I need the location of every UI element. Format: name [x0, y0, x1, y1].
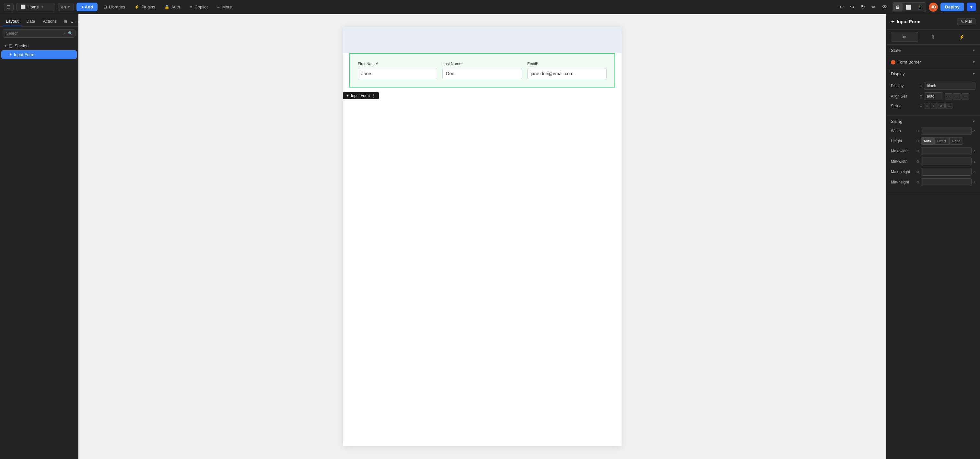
align-end-button[interactable]: — — [961, 93, 969, 99]
form-border-row[interactable]: Form Border ▼ — [886, 56, 980, 68]
right-panel: ✦ Input Form ✎ Edit ✏ ⇅ ⚡ State ▼ — [886, 14, 980, 459]
panel-tab-data[interactable]: ⇅ — [920, 32, 947, 42]
menu-button[interactable]: ☰ — [4, 3, 14, 11]
max-width-input[interactable] — [921, 147, 972, 155]
min-width-link-icon[interactable]: ⚙ — [916, 159, 920, 164]
panel-tab-style[interactable]: ✏ — [891, 32, 918, 42]
email-input[interactable] — [527, 68, 607, 79]
lang-arrow-icon: ▼ — [67, 5, 70, 9]
align-start-button[interactable]: — — [945, 93, 953, 99]
more-icon: ··· — [217, 5, 220, 10]
min-width-input[interactable] — [921, 158, 972, 165]
refresh-button[interactable]: ↻ — [859, 2, 867, 12]
deploy-button[interactable]: Deploy — [940, 3, 964, 11]
layer-tree: ▼ ❏ Section ✦ Input Form — [0, 40, 78, 60]
min-height-input-wrap: ⚙ a — [916, 178, 975, 186]
display-section-header[interactable]: Display ▼ — [886, 68, 980, 80]
max-height-input[interactable] — [921, 168, 972, 176]
height-auto-button[interactable]: Auto — [921, 137, 934, 145]
height-input-wrap: ⚙ Auto Fixed Ratio — [916, 137, 975, 145]
form-container[interactable]: First Name* Last Name* Email* — [349, 53, 615, 88]
min-height-input[interactable] — [921, 178, 972, 186]
form-fields: First Name* Last Name* Email* — [358, 62, 607, 79]
home-tab[interactable]: ⬜ Home ▼ — [16, 3, 55, 11]
form-border-label: Form Border — [891, 60, 921, 64]
min-width-input-wrap: ⚙ a — [916, 158, 975, 165]
sizing-section-header[interactable]: Sizing ▼ — [891, 119, 975, 124]
state-section: State ▼ — [886, 45, 980, 56]
min-height-unit: a — [974, 180, 975, 184]
deploy-arrow-button[interactable]: ▼ — [967, 3, 976, 11]
sizing-btn-4[interactable]: ⊡ — [945, 103, 953, 109]
align-self-link-icon[interactable]: ⚙ — [920, 94, 923, 99]
tablet-view-button[interactable]: ⬜ — [903, 3, 914, 11]
first-name-label: First Name* — [358, 62, 437, 66]
sidebar-settings-button[interactable]: ⊞ — [62, 17, 68, 26]
height-ratio-button[interactable]: Ratio — [949, 137, 964, 145]
max-width-link-icon[interactable]: ⚙ — [916, 149, 920, 153]
width-label: Width — [891, 129, 913, 133]
height-label: Height — [891, 139, 913, 143]
redo-button[interactable]: ↪ — [848, 2, 856, 12]
max-height-input-wrap: ⚙ a — [916, 168, 975, 176]
nav-plugins[interactable]: ⚡ Plugins — [131, 3, 159, 11]
min-width-label: Min-width — [891, 159, 913, 164]
height-fixed-button[interactable]: Fixed — [934, 137, 949, 145]
nav-more[interactable]: ··· More — [213, 3, 235, 11]
sizing-link-icon[interactable]: ⚙ — [920, 104, 923, 108]
panel-tab-events[interactable]: ⚡ — [948, 32, 975, 42]
auth-icon: 🔒 — [164, 5, 170, 10]
sizing-btn-1[interactable]: ↕ — [924, 103, 930, 109]
sidebar-item-input-form[interactable]: ✦ Input Form — [1, 50, 77, 59]
max-height-link-icon[interactable]: ⚙ — [916, 170, 920, 174]
expand-search-button[interactable]: ↗ — [62, 31, 67, 36]
undo-button[interactable]: ↩ — [837, 2, 845, 12]
form-tag-icon: ✦ — [346, 94, 349, 98]
sidebar-list-button[interactable]: ≡ — [70, 17, 75, 26]
last-name-input[interactable] — [442, 68, 522, 79]
display-label: Display — [891, 84, 917, 88]
width-input[interactable] — [921, 127, 972, 135]
tab-data[interactable]: Data — [23, 17, 38, 26]
display-link-icon[interactable]: ⚙ — [920, 84, 923, 88]
display-select[interactable]: block flex grid inline none — [924, 82, 975, 90]
width-link-icon[interactable]: ⚙ — [916, 129, 920, 133]
desktop-view-button[interactable]: 🖥 — [893, 3, 902, 11]
edit-mode-button[interactable]: ✏ — [870, 2, 878, 12]
panel-edit-button[interactable]: ✎ Edit — [957, 18, 975, 25]
first-name-input[interactable] — [358, 68, 437, 79]
min-height-link-icon[interactable]: ⚙ — [916, 180, 920, 185]
mobile-view-button[interactable]: 📱 — [915, 3, 925, 11]
lang-selector[interactable]: en ▼ — [58, 3, 74, 11]
tab-layout[interactable]: Layout — [3, 17, 22, 26]
sizing-btn-3[interactable]: ✕ — [937, 103, 945, 109]
plugins-icon: ⚡ — [134, 5, 139, 10]
canvas-area[interactable]: First Name* Last Name* Email* — [78, 14, 886, 459]
tab-actions[interactable]: Actions — [40, 17, 60, 26]
top-nav: ☰ ⬜ Home ▼ en ▼ + Add ⊞ Libraries ⚡ Plug… — [0, 0, 980, 14]
nav-libraries[interactable]: ⊞ Libraries — [100, 3, 128, 11]
form-border-color-dot — [891, 60, 896, 64]
sizing-buttons-group: ⚙ ↕ ↕ ✕ ⊡ — [920, 103, 975, 109]
add-button[interactable]: + Add — [76, 3, 97, 11]
libraries-icon: ⊞ — [103, 5, 107, 10]
state-section-header[interactable]: State ▼ — [886, 45, 980, 56]
sizing-prop-row: Sizing ⚙ ↕ ↕ ✕ ⊡ — [891, 103, 975, 109]
preview-button[interactable]: 👁 — [880, 2, 889, 12]
sizing-btn-2[interactable]: ↕ — [931, 103, 937, 109]
form-wrapper: First Name* Last Name* Email* — [343, 53, 622, 88]
sidebar-item-label-section: Section — [14, 43, 29, 48]
max-width-input-wrap: ⚙ a — [916, 147, 975, 155]
nav-copilot[interactable]: ✦ Copilot — [186, 3, 211, 11]
form-tag-dots-button[interactable]: ⋮ — [372, 93, 375, 98]
align-center-button[interactable]: — — [953, 93, 961, 99]
state-chevron-icon: ▼ — [972, 49, 975, 52]
width-input-wrap: ⚙ a — [916, 127, 975, 135]
sidebar-item-section[interactable]: ▼ ❏ Section — [1, 41, 77, 50]
align-self-select[interactable]: auto flex-start center flex-end — [924, 92, 943, 100]
height-link-icon[interactable]: ⚙ — [916, 139, 920, 143]
avatar[interactable]: JD — [929, 3, 938, 12]
canvas-content: First Name* Last Name* Email* — [78, 14, 886, 459]
display-prop-row: Display ⚙ block flex grid inline none — [891, 82, 975, 90]
nav-auth[interactable]: 🔒 Auth — [161, 3, 183, 11]
